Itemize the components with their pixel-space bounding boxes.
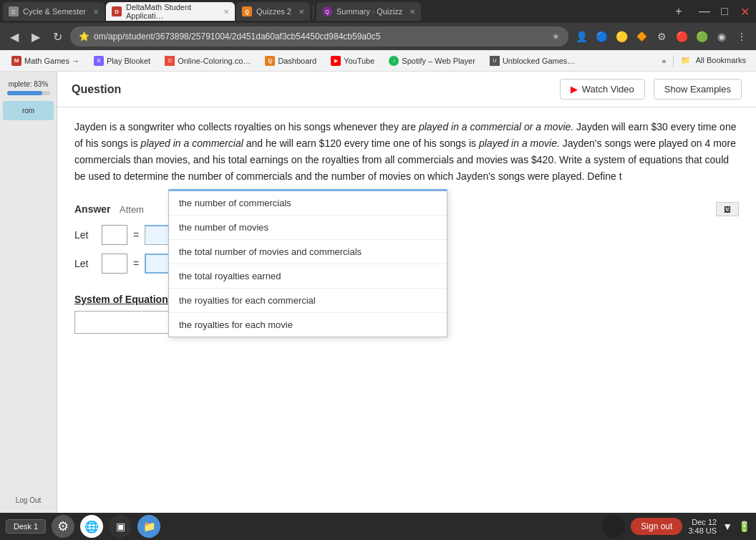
bookmark-blooket-label: Play Blooket	[107, 57, 150, 65]
taskbar-date-time: Dec 12 3:48 US	[688, 518, 717, 535]
dropdown-option-3[interactable]: the total number of movies and commercia…	[169, 240, 447, 264]
forward-button[interactable]: ▶	[27, 28, 44, 45]
answer-section: the number of commercials the number of …	[57, 196, 756, 288]
new-tab-button[interactable]: +	[669, 2, 689, 21]
back-button[interactable]: ◀	[6, 28, 23, 45]
tab-deltamath-close[interactable]: ✕	[223, 8, 229, 16]
taskbar-app-icon[interactable]: ▣	[109, 515, 132, 538]
main-content: Question ▶ Watch Video Show Examples Jay…	[57, 72, 756, 513]
minimize-button[interactable]: —	[696, 3, 713, 20]
tab-quizizz[interactable]: Q Summary · Quizizz ✕	[316, 2, 421, 21]
question-body: Jayden is a songwriter who collects roya…	[57, 107, 756, 196]
extension-icon-4[interactable]: ⚙	[653, 28, 670, 45]
tab-cycle-close[interactable]: ✕	[93, 8, 99, 16]
tab-cycle-label: Cycle & Semester	[23, 7, 86, 16]
tab-deltamath-label: DeltaMath Student Applicati…	[126, 3, 216, 20]
bookmark-dashboard-label: Dashboard	[278, 57, 316, 65]
let-label-2: Let	[74, 258, 96, 269]
bookmarks-more-button[interactable]: »	[657, 55, 670, 67]
desk-button[interactable]: Desk 1	[6, 519, 46, 534]
more-options-button[interactable]: ⋮	[733, 28, 750, 45]
bookmark-spotify[interactable]: ♪ Spotify – Web Player	[383, 54, 481, 67]
bookmark-math-games[interactable]: M Math Games →	[6, 54, 85, 67]
bookmarks-bar: M Math Games → B Play Blooket O Online-C…	[0, 50, 756, 72]
sidebar: mplete: 83% rom Log Out	[0, 72, 57, 513]
attempt-counter: 🖼	[716, 202, 739, 216]
browser-chrome: C Cycle & Semester ✕ D DeltaMath Student…	[0, 0, 756, 72]
taskbar-time: 3:48 US	[688, 526, 717, 535]
bookmark-math-games-label: Math Games →	[24, 57, 79, 65]
variable-input-2[interactable]	[102, 254, 127, 274]
extension-icon-1[interactable]: 🔵	[593, 28, 610, 45]
sign-out-button[interactable]: Sign out	[631, 518, 682, 535]
bookmark-coloring-label: Online-Coloring.co…	[178, 57, 251, 65]
play-circle-icon: ▶	[571, 84, 578, 95]
tab-quizizz-close[interactable]: ✕	[410, 8, 415, 16]
bookmark-dashboard[interactable]: Q Dashboard	[259, 54, 322, 67]
taskbar-date: Dec 12	[692, 518, 717, 526]
watch-video-button[interactable]: ▶ Watch Video	[560, 79, 645, 100]
equals-1: =	[133, 229, 139, 241]
dropdown-option-4[interactable]: the total royalties earned	[169, 264, 447, 289]
tab-deltamath[interactable]: D DeltaMath Student Applicati… ✕	[106, 2, 235, 21]
taskbar-chrome-icon[interactable]: 🌐	[80, 515, 103, 538]
variable-input-1[interactable]	[102, 225, 127, 245]
url-bar[interactable]: ⭐ om/app/student/3673898/25791004/2d451d…	[70, 26, 568, 47]
extension-icon-5[interactable]: 🔴	[673, 28, 690, 45]
progress-text: mplete: 83%	[7, 80, 50, 88]
bookmark-coloring[interactable]: O Online-Coloring.co…	[159, 54, 256, 67]
profile-icon[interactable]: 👤	[573, 28, 590, 45]
all-bookmarks-button[interactable]: 📁 All Bookmarks	[677, 54, 750, 67]
bookmark-unblocked[interactable]: U Unblocked Games…	[484, 54, 581, 67]
answer-label: Answer	[74, 203, 114, 215]
taskbar-files-icon[interactable]: 📁	[137, 515, 160, 538]
dropdown-popup: the number of commercials the number of …	[168, 189, 447, 337]
bookmark-spotify-label: Spotify – Web Player	[402, 57, 475, 65]
extension-icon-3[interactable]: 🔶	[633, 28, 650, 45]
url-text: om/app/student/3673898/25791004/2d451da6…	[94, 32, 548, 42]
let-label-1: Let	[74, 229, 96, 241]
tab-cycle[interactable]: C Cycle & Semester ✕	[3, 2, 105, 21]
progress-indicator: mplete: 83%	[7, 80, 50, 95]
tab-quizzes[interactable]: Q Quizzes 2 ✕	[236, 2, 310, 21]
extension-icon-7[interactable]: ◉	[713, 28, 730, 45]
bookmark-blooket[interactable]: B Play Blooket	[88, 54, 156, 67]
extension-icon-2[interactable]: 🟡	[613, 28, 630, 45]
tab-quizzes-label: Quizzes 2	[256, 7, 291, 16]
dropdown-option-5[interactable]: the royalties for each commercial	[169, 289, 447, 313]
tab-quizizz-label: Summary · Quizizz	[336, 7, 402, 16]
extension-icon-6[interactable]: 🟢	[693, 28, 710, 45]
bookmark-youtube[interactable]: ▶ YouTube	[325, 54, 380, 67]
question-title: Question	[72, 83, 551, 96]
battery-icon: 🔋	[738, 521, 750, 532]
question-text: Jayden is a songwriter who collects roya…	[74, 119, 739, 185]
maximize-button[interactable]: □	[716, 3, 733, 20]
bookmark-unblocked-label: Unblocked Games…	[503, 57, 576, 65]
show-examples-button[interactable]: Show Examples	[654, 79, 742, 100]
taskbar-avatar	[602, 515, 625, 538]
close-button[interactable]: ✕	[736, 3, 753, 20]
network-icon: ▼	[722, 521, 732, 532]
dropdown-option-6[interactable]: the royalties for each movie	[169, 313, 447, 337]
logout-button[interactable]: Log Out	[16, 496, 42, 504]
taskbar-settings-icon[interactable]: ⚙	[52, 515, 74, 538]
bookmark-youtube-label: YouTube	[344, 57, 374, 65]
tab-quizzes-close[interactable]: ✕	[299, 8, 304, 16]
dropdown-option-1[interactable]: the number of commercials	[169, 191, 447, 216]
question-header: Question ▶ Watch Video Show Examples	[57, 72, 756, 107]
equals-2: =	[133, 258, 139, 269]
from-section: rom	[3, 101, 54, 120]
page-content: mplete: 83% rom Log Out Question ▶ Watch…	[0, 72, 756, 513]
attempt-label: Attem	[120, 204, 144, 215]
browser-action-icons: 👤 🔵 🟡 🔶 ⚙ 🔴 🟢 ◉ ⋮	[573, 28, 750, 45]
taskbar: Desk 1 ⚙ 🌐 ▣ 📁 Sign out Dec 12 3:48 US ▼…	[0, 513, 756, 540]
refresh-button[interactable]: ↻	[49, 28, 66, 45]
address-bar: ◀ ▶ ↻ ⭐ om/app/student/3673898/25791004/…	[0, 23, 756, 50]
dropdown-option-2[interactable]: the number of movies	[169, 216, 447, 240]
from-label: rom	[22, 107, 34, 115]
tab-bar: C Cycle & Semester ✕ D DeltaMath Student…	[0, 0, 756, 23]
